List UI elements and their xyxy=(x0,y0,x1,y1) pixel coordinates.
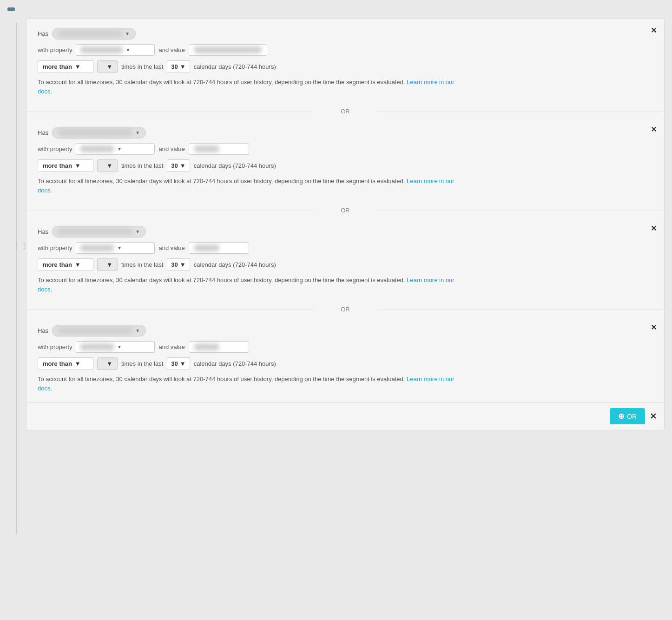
has-label-2: Has xyxy=(38,129,48,136)
has-event-select-4[interactable]: ███████████████████▼ xyxy=(52,325,146,336)
days-value-4: 30 xyxy=(171,360,178,367)
num-select-3[interactable]: ▼ xyxy=(97,258,118,271)
has-label-1: Has xyxy=(38,30,48,37)
close-condition-2-button[interactable]: ✕ xyxy=(651,125,657,134)
left-rail-line xyxy=(16,23,17,534)
frequency-row-4: more than▼ ▼times in the last30▼calendar… xyxy=(38,357,653,370)
learn-more-link-2[interactable]: Learn more in our docs. xyxy=(38,178,455,194)
info-text-2: To account for all timezones, 30 calenda… xyxy=(38,177,456,195)
has-label-4: Has xyxy=(38,327,48,334)
with-property-label-1: with property xyxy=(38,46,72,53)
left-rail: ⋮⋮ xyxy=(7,18,26,534)
times-in-last-label-1: times in the last xyxy=(121,63,163,70)
days-select-3[interactable]: 30▼ xyxy=(167,258,190,271)
plus-icon: ⊕ xyxy=(618,412,624,421)
property-row-3: with property████████▼and value██████ xyxy=(38,242,653,254)
num-value-3 xyxy=(101,261,105,268)
num-value-1 xyxy=(101,63,105,70)
page-wrapper: ⋮⋮ ✕Has███████████████▼with property████… xyxy=(0,0,672,620)
num-arrow-2: ▼ xyxy=(106,162,112,169)
or-divider-3: OR xyxy=(26,303,664,316)
property-arrow-4: ▼ xyxy=(117,344,122,350)
calendar-days-label-2: calendar days (720-744 hours) xyxy=(194,162,276,169)
learn-more-link-3[interactable]: Learn more in our docs. xyxy=(38,277,455,293)
calendar-days-label-3: calendar days (720-744 hours) xyxy=(194,261,276,268)
has-row-4: Has███████████████████▼ xyxy=(38,325,653,336)
num-arrow-4: ▼ xyxy=(106,360,112,367)
property-select-4[interactable]: ████████▼ xyxy=(76,341,155,353)
frequency-row-3: more than▼ ▼times in the last30▼calendar… xyxy=(38,258,653,271)
with-property-label-3: with property xyxy=(38,244,72,251)
more-than-label-1: more than xyxy=(43,63,72,70)
times-in-last-label-3: times in the last xyxy=(121,261,163,268)
close-condition-1-button[interactable]: ✕ xyxy=(651,26,657,35)
days-arrow-2: ▼ xyxy=(180,162,186,169)
property-row-4: with property████████▼and value██████ xyxy=(38,341,653,353)
num-value-2 xyxy=(101,162,105,169)
close-condition-4-button[interactable]: ✕ xyxy=(651,323,657,332)
has-event-arrow-2: ▼ xyxy=(135,130,140,135)
calendar-days-label-4: calendar days (720-744 hours) xyxy=(194,360,276,367)
property-value-4: ████████ xyxy=(80,343,114,350)
num-arrow-3: ▼ xyxy=(106,261,112,268)
has-event-select-2[interactable]: ███████████████████▼ xyxy=(52,127,146,139)
condition-block-1: ✕Has███████████████▼with property███████… xyxy=(26,19,664,105)
times-in-last-label-2: times in the last xyxy=(121,162,163,169)
and-value-label-2: and value xyxy=(158,145,184,152)
outer-container: ⋮⋮ ✕Has███████████████▼with property████… xyxy=(7,18,665,534)
num-select-1[interactable]: ▼ xyxy=(97,60,118,73)
condition-block-2: ✕Has███████████████████▼with property███… xyxy=(26,118,664,204)
learn-more-link-1[interactable]: Learn more in our docs. xyxy=(38,79,455,95)
and-value-label-3: and value xyxy=(158,244,184,251)
frequency-row-1: more than▼ ▼times in the last30▼calendar… xyxy=(38,60,653,73)
more-than-arrow-4: ▼ xyxy=(75,360,81,367)
days-value-2: 30 xyxy=(171,162,178,169)
more-than-arrow-2: ▼ xyxy=(75,162,81,169)
close-condition-3-button[interactable]: ✕ xyxy=(651,224,657,233)
property-arrow-1: ▼ xyxy=(126,47,131,53)
days-arrow-3: ▼ xyxy=(180,261,186,268)
days-value-3: 30 xyxy=(171,261,178,268)
num-arrow-1: ▼ xyxy=(106,63,112,70)
more-than-select-3[interactable]: more than▼ xyxy=(38,258,93,271)
property-value-3: ████████ xyxy=(80,244,114,251)
has-label-3: Has xyxy=(38,228,48,235)
has-event-arrow-3: ▼ xyxy=(135,229,140,234)
days-select-1[interactable]: 30▼ xyxy=(167,60,190,73)
has-row-2: Has███████████████████▼ xyxy=(38,127,653,139)
has-event-select-3[interactable]: ███████████████████▼ xyxy=(52,226,146,237)
info-text-3: To account for all timezones, 30 calenda… xyxy=(38,276,456,294)
add-or-button[interactable]: ⊕OR xyxy=(610,408,645,424)
more-than-arrow-1: ▼ xyxy=(75,63,81,70)
days-select-4[interactable]: 30▼ xyxy=(167,357,190,370)
event-value-input-4[interactable]: ██████ xyxy=(189,341,249,353)
condition-block-4: ✕Has███████████████████▼with property███… xyxy=(26,316,664,402)
property-select-1[interactable]: ██████████▼ xyxy=(76,44,155,56)
info-text-1: To account for all timezones, 30 calenda… xyxy=(38,78,456,96)
num-select-4[interactable]: ▼ xyxy=(97,357,118,370)
more-than-select-2[interactable]: more than▼ xyxy=(38,159,93,172)
days-arrow-1: ▼ xyxy=(180,63,186,70)
or-divider-1: OR xyxy=(26,105,664,118)
num-select-2[interactable]: ▼ xyxy=(97,159,118,172)
has-event-select-1[interactable]: ███████████████▼ xyxy=(52,28,136,40)
more-than-label-3: more than xyxy=(43,261,72,268)
learn-more-link-4[interactable]: Learn more in our docs. xyxy=(38,376,455,392)
has-event-arrow-1: ▼ xyxy=(125,31,130,36)
property-value-1: ██████████ xyxy=(80,46,123,53)
info-text-4: To account for all timezones, 30 calenda… xyxy=(38,375,456,393)
event-value-input-2[interactable]: ██████ xyxy=(189,143,249,155)
event-value-input-1[interactable]: ████████████████ xyxy=(189,44,267,56)
property-row-2: with property████████▼and value██████ xyxy=(38,143,653,155)
more-than-select-1[interactable]: more than▼ xyxy=(38,60,93,73)
with-property-label-4: with property xyxy=(38,343,72,350)
has-row-3: Has███████████████████▼ xyxy=(38,226,653,237)
property-select-3[interactable]: ████████▼ xyxy=(76,242,155,254)
calendar-days-label-1: calendar days (720-744 hours) xyxy=(194,63,276,70)
footer-close-button[interactable]: ✕ xyxy=(650,411,657,422)
event-value-input-3[interactable]: ██████ xyxy=(189,242,249,254)
property-arrow-3: ▼ xyxy=(117,245,122,251)
property-select-2[interactable]: ████████▼ xyxy=(76,143,155,155)
days-select-2[interactable]: 30▼ xyxy=(167,159,190,172)
more-than-select-4[interactable]: more than▼ xyxy=(38,357,93,370)
